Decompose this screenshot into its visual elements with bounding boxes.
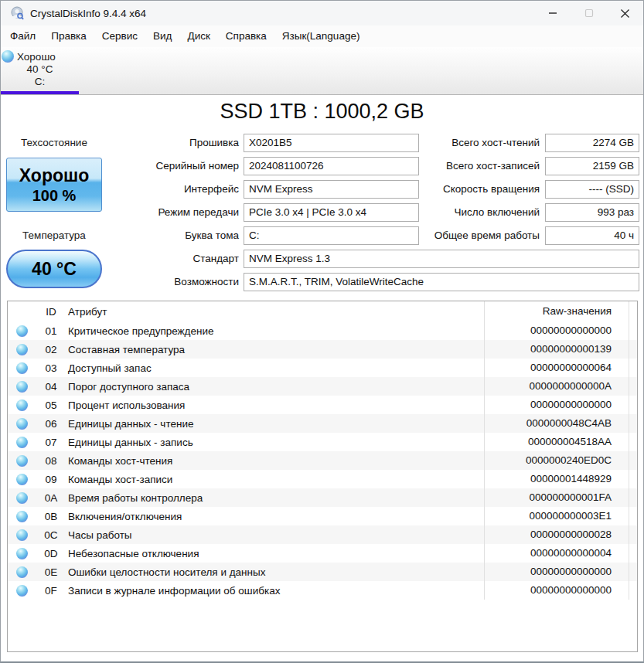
info-field-row: Серийный номер 2024081100726 <box>123 157 419 175</box>
smart-header-raw: Raw-значения <box>484 301 629 321</box>
info-field-value[interactable]: C: <box>244 226 419 245</box>
app-window: CrystalDiskInfo 9.4.4 x64 Файл Правка Се… <box>0 0 644 663</box>
smart-row-status <box>8 529 36 541</box>
drive-tab-c[interactable]: Хорошо 40 °C C: <box>1 47 79 94</box>
smart-row-status <box>8 344 36 355</box>
smart-row-status <box>8 362 36 374</box>
info-field-row: Возможности S.M.A.R.T., TRIM, VolatileWr… <box>123 273 639 291</box>
smart-row-attribute: Небезопасные отключения <box>66 548 484 559</box>
smart-row-raw: 0000000240ED0C <box>484 451 629 470</box>
close-button[interactable] <box>607 1 643 26</box>
info-field-row: Интерфейс NVM Express <box>123 180 419 199</box>
smart-row-status <box>8 585 36 597</box>
menu-item[interactable]: Файл <box>2 26 43 47</box>
smart-table-row[interactable]: 07 Единицы данных - запись 000000004518A… <box>8 433 637 451</box>
smart-row-attribute: Доступный запас <box>66 362 484 374</box>
health-orb-icon <box>16 492 28 504</box>
menu-item[interactable]: Диск <box>179 26 217 47</box>
smart-row-raw: 00000000000028 <box>484 525 629 544</box>
menu-item[interactable]: Язык(Language) <box>274 26 368 47</box>
smart-row-id: 0F <box>36 585 66 597</box>
smart-row-status <box>8 455 36 467</box>
health-orb-icon <box>16 418 28 430</box>
info-field-value[interactable]: NVM Express 1.3 <box>244 250 639 268</box>
temperature-label: Температура <box>6 230 102 241</box>
smart-table-row[interactable]: 0B Включения/отключения 000000000003E1 <box>8 507 637 525</box>
health-orb-icon <box>16 381 28 393</box>
drive-letter-text: C: <box>1 76 79 87</box>
info-field-value[interactable]: PCIe 3.0 x4 | PCIe 3.0 x4 <box>244 203 419 222</box>
smart-row-attribute: Команды хост-записи <box>66 474 484 485</box>
health-orb-icon <box>16 325 28 337</box>
info-fields-right: Всего хост-чтений 2274 GB Всего хост-зап… <box>422 134 639 250</box>
health-orb-icon <box>16 344 28 355</box>
info-field-row: Прошивка X0201B5 <box>123 134 419 152</box>
smart-row-raw: 00000000000139 <box>484 340 629 359</box>
smart-row-raw: 00000000000000 <box>484 321 629 340</box>
health-orb-icon <box>16 437 28 448</box>
smart-row-status <box>8 418 36 430</box>
drive-temperature-text: 40 °C <box>1 63 79 75</box>
info-field-value[interactable]: 2159 GB <box>545 157 639 175</box>
smart-table-row[interactable]: 06 Единицы данных - чтение 0000000048C4A… <box>8 414 637 433</box>
smart-table-body: 01 Критическое предупреждение 0000000000… <box>8 321 637 600</box>
smart-row-status <box>8 474 36 485</box>
smart-table-row[interactable]: 0F Записи в журнале информации об ошибка… <box>8 581 637 600</box>
smart-row-id: 0E <box>36 566 66 578</box>
smart-row-id: 0B <box>36 511 66 522</box>
smart-table-row[interactable]: 0D Небезопасные отключения 0000000000000… <box>8 544 637 563</box>
info-field-value[interactable]: NVM Express <box>244 180 419 199</box>
smart-table-row[interactable]: 04 Порог доступного запаса 0000000000000… <box>8 377 637 396</box>
smart-table-row[interactable]: 05 Процент использования 00000000000000 <box>8 396 637 414</box>
smart-row-attribute: Составная температура <box>66 344 484 355</box>
smart-row-attribute: Ошибки целостности носителя и данных <box>66 566 484 578</box>
minimize-button[interactable] <box>534 1 571 26</box>
info-fields-center: Прошивка X0201B5 Серийный номер 20240811… <box>123 134 419 250</box>
smart-header-attribute: Атрибут <box>66 306 484 318</box>
smart-row-id: 09 <box>36 474 66 485</box>
disk-title: SSD 1TB : 1000,2 GB <box>1 100 643 131</box>
active-tab-indicator <box>1 91 79 94</box>
health-orb-icon <box>16 474 28 485</box>
health-status-button[interactable]: Хорошо 100 % <box>6 158 102 212</box>
info-field-label: Всего хост-чтений <box>422 134 540 152</box>
health-orb-icon <box>16 455 28 467</box>
health-percent-value: 100 % <box>32 186 77 205</box>
info-field-value[interactable]: X0201B5 <box>244 134 419 152</box>
smart-table-row[interactable]: 0E Ошибки целостности носителя и данных … <box>8 563 637 581</box>
info-field-value[interactable]: 40 ч <box>545 226 639 245</box>
temperature-button[interactable]: 40 °C <box>6 250 102 288</box>
info-field-label: Стандарт <box>123 250 239 268</box>
smart-table-row[interactable]: 0C Часы работы 00000000000028 <box>8 525 637 544</box>
smart-table-row[interactable]: 02 Составная температура 00000000000139 <box>8 340 637 359</box>
info-field-value[interactable]: 993 раз <box>545 203 639 222</box>
maximize-icon <box>584 8 594 18</box>
info-field-value[interactable]: 2024081100726 <box>244 157 419 175</box>
info-field-value[interactable]: S.M.A.R.T., TRIM, VolatileWriteCache <box>244 273 639 291</box>
smart-row-raw: 000000000003E1 <box>484 507 629 525</box>
info-field-value[interactable]: 2274 GB <box>545 134 639 152</box>
menu-bar: Файл Правка Сервис Вид Диск Справка Язык… <box>1 26 643 47</box>
smart-row-id: 08 <box>36 455 66 467</box>
info-field-label: Возможности <box>123 273 239 291</box>
smart-table-row[interactable]: 0A Время работы контроллера 000000000001… <box>8 488 637 507</box>
menu-item[interactable]: Сервис <box>94 26 145 47</box>
info-field-row: Скорость вращения ---- (SSD) <box>422 180 639 199</box>
smart-table-row[interactable]: 01 Критическое предупреждение 0000000000… <box>8 321 637 340</box>
maximize-button[interactable] <box>571 1 607 26</box>
menu-item[interactable]: Правка <box>43 26 94 47</box>
menu-item[interactable]: Вид <box>145 26 179 47</box>
info-field-value[interactable]: ---- (SSD) <box>545 180 639 199</box>
smart-table: ID Атрибут Raw-значения 01 Критическое п… <box>7 301 638 652</box>
smart-row-status <box>8 381 36 393</box>
smart-row-status <box>8 325 36 337</box>
smart-row-status <box>8 492 36 504</box>
smart-row-id: 04 <box>36 381 66 393</box>
smart-row-attribute: Порог доступного запаса <box>66 381 484 393</box>
info-field-row: Всего хост-записей 2159 GB <box>422 157 639 175</box>
smart-table-row[interactable]: 03 Доступный запас 00000000000064 <box>8 359 637 377</box>
smart-row-raw: 0000000000000A <box>484 377 629 396</box>
menu-item[interactable]: Справка <box>218 26 274 47</box>
smart-table-row[interactable]: 09 Команды хост-записи 00000001448929 <box>8 470 637 488</box>
smart-table-row[interactable]: 08 Команды хост-чтения 0000000240ED0C <box>8 451 637 470</box>
